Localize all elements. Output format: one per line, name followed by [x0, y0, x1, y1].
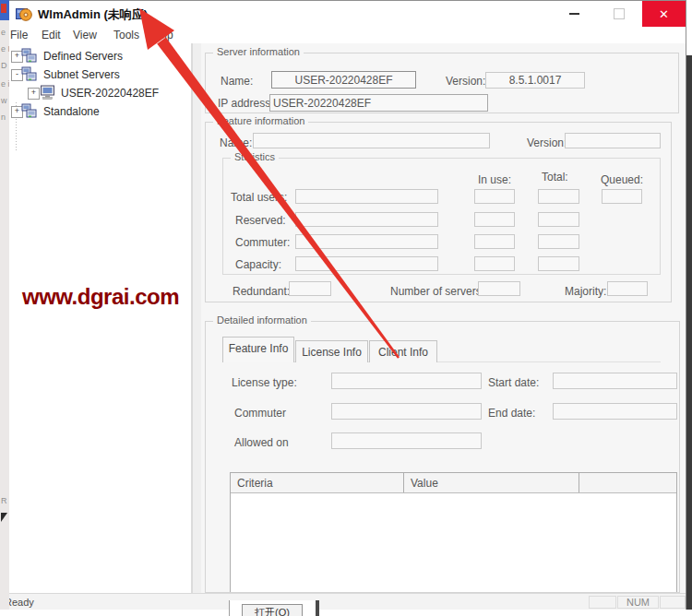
minimize-button[interactable] [553, 1, 596, 27]
background-strip-top [686, 0, 692, 55]
text-fragment: R [1, 496, 7, 505]
maximize-button[interactable] [597, 1, 640, 27]
criteria-table-body [231, 493, 676, 592]
statistics-group: Statistics In use: Total: Queued: Total … [222, 158, 661, 275]
cursor-icon [1, 513, 7, 522]
value-column-header[interactable]: Value [404, 473, 579, 492]
tree-item-label[interactable]: Standalone [43, 105, 100, 118]
group-legend: Feature information [213, 115, 308, 126]
commuter-detail-label: Commuter [234, 407, 286, 420]
menu-edit[interactable]: Edit [42, 29, 61, 41]
capacity-total-field[interactable] [538, 256, 579, 271]
allowed-on-field[interactable] [331, 432, 482, 449]
ip-address-field[interactable]: USER-20220428EF [269, 94, 488, 112]
group-legend: Detailed information [213, 314, 311, 326]
feature-version-label: Version: [527, 136, 567, 149]
tree-item-label[interactable]: Subnet Servers [43, 68, 120, 81]
tree-item-user-20220428ef[interactable]: + USER-20220428EF [3, 86, 187, 102]
reserved-total-field[interactable] [538, 212, 579, 227]
start-date-field[interactable] [553, 373, 677, 389]
minimize-icon [569, 13, 579, 15]
commuter-inuse-field[interactable] [474, 234, 515, 249]
tree-item-label[interactable]: USER-20220428EF [61, 87, 159, 100]
allowed-on-label: Allowed on [234, 436, 289, 449]
text-fragment: e [1, 28, 6, 37]
reserved-label: Reserved: [235, 214, 286, 227]
open-button[interactable]: 打开(O) [242, 604, 303, 616]
network-servers-icon [21, 103, 38, 119]
total-users-inuse-field[interactable] [474, 189, 515, 204]
menu-bar: File Edit View Tools Help [3, 27, 686, 43]
status-bar: Ready NUM [3, 593, 686, 610]
tab-feature-info[interactable]: Feature Info [222, 337, 294, 362]
total-users-label: Total users: [231, 191, 287, 204]
criteria-table-header: Criteria Value [231, 473, 676, 493]
background-dialog-fragment: 打开(O) [229, 600, 319, 616]
feature-name-field[interactable] [253, 133, 490, 148]
window-title: WlmAdmin (未响应) [38, 6, 148, 23]
majority-label: Majority: [565, 285, 606, 298]
criteria-table: Criteria Value [230, 472, 677, 592]
tree-item-label[interactable]: Defined Servers [43, 50, 123, 63]
number-of-servers-label: Number of servers: [390, 285, 484, 298]
status-panel-blank-2 [660, 596, 686, 609]
server-version-label: Version: [446, 75, 485, 88]
server-version-field[interactable]: 8.5.1.0017 [485, 72, 585, 89]
text-fragment: e i [1, 79, 9, 89]
background-window-sliver: e e I D e i w n R [0, 0, 9, 610]
network-servers-icon [21, 66, 38, 82]
license-type-field[interactable] [331, 373, 482, 389]
commuter-total-field[interactable] [538, 234, 579, 249]
total-users-total-field[interactable] [538, 189, 579, 204]
detailed-information-group: Detailed information Feature Info Licens… [205, 321, 680, 593]
capacity-label: Capacity: [235, 258, 281, 271]
feature-name-label: Name: [220, 136, 252, 149]
title-bar: WlmAdmin (未响应) ✕ [3, 1, 686, 27]
total-users-field[interactable] [295, 189, 438, 204]
criteria-column-header[interactable]: Criteria [231, 473, 404, 492]
commuter-label: Commuter: [235, 236, 290, 249]
tree-item-standalone[interactable]: + Standalone [3, 104, 187, 121]
tab-license-info[interactable]: License Info [295, 340, 368, 362]
group-legend: Statistics [231, 151, 279, 162]
server-name-label: Name: [221, 75, 253, 88]
tree-item-subnet-servers[interactable]: - Subnet Servers [3, 67, 187, 84]
redundant-field[interactable] [289, 281, 331, 296]
group-legend: Server information [213, 46, 304, 57]
tree-item-defined-servers[interactable]: + Defined Servers [3, 49, 187, 65]
reserved-inuse-field[interactable] [474, 212, 515, 227]
queued-header: Queued: [601, 173, 643, 186]
redundant-label: Redundant: [233, 285, 290, 298]
ip-address-label: IP address: [218, 97, 273, 110]
total-header: Total: [542, 171, 568, 184]
server-name-field[interactable]: USER-20220428EF [271, 71, 416, 89]
capacity-inuse-field[interactable] [474, 256, 515, 271]
server-tree-panel: + Defined Servers - [3, 43, 192, 593]
reserved-field[interactable] [295, 212, 438, 227]
feature-version-field[interactable] [565, 133, 661, 148]
commuter-detail-field[interactable] [331, 403, 482, 420]
license-type-label: License type: [232, 376, 297, 389]
menu-file[interactable]: File [10, 29, 28, 41]
menu-help[interactable]: Help [150, 29, 173, 41]
empty-column-header[interactable] [579, 473, 676, 492]
text-fragment: D [1, 61, 7, 70]
total-users-queued-field[interactable] [602, 189, 642, 204]
status-panel-blank-1 [589, 596, 616, 609]
menu-view[interactable]: View [73, 29, 97, 41]
end-date-field[interactable] [553, 403, 677, 420]
commuter-field[interactable] [295, 234, 438, 249]
text-fragment: e I [1, 44, 9, 53]
close-button[interactable]: ✕ [642, 1, 686, 27]
in-use-header: In use: [478, 173, 511, 186]
expander-plus-icon[interactable]: + [28, 88, 40, 100]
background-bottom-strip [0, 610, 692, 616]
majority-field[interactable] [607, 281, 648, 296]
close-icon: ✕ [659, 7, 669, 21]
menu-tools[interactable]: Tools [113, 29, 139, 41]
tab-client-info[interactable]: Client Info [369, 340, 437, 362]
text-fragment: w [1, 96, 7, 105]
capacity-field[interactable] [295, 256, 438, 271]
text-fragment: n [1, 113, 6, 122]
number-of-servers-field[interactable] [478, 281, 520, 296]
